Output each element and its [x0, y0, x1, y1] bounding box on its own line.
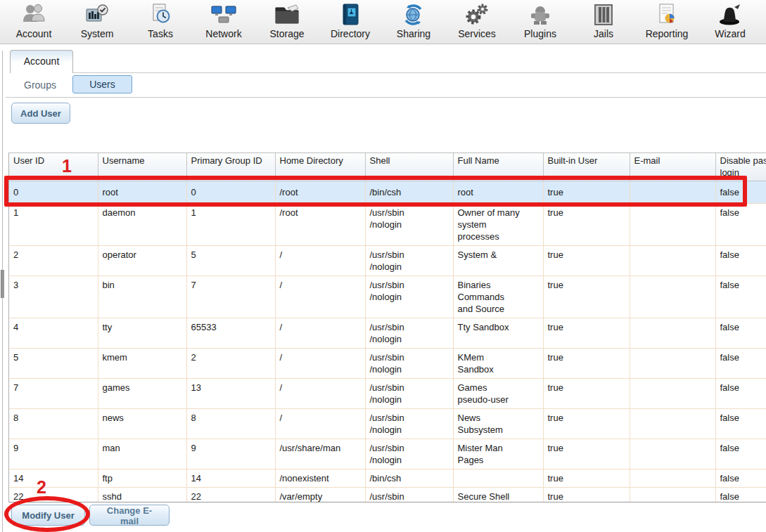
cell-home-directory: /root [275, 181, 365, 204]
toolbar-item-label: Network [205, 28, 241, 39]
cell-full-name: Owner of many system processes [453, 204, 543, 246]
cell-user-id: 4 [9, 318, 98, 349]
splitter-handle[interactable] [1, 270, 4, 298]
column-header-username[interactable]: Username [98, 153, 186, 181]
column-header-primary-group-id[interactable]: Primary Group ID [186, 153, 275, 181]
column-header-disable-password-login[interactable]: Disable password login [715, 153, 766, 181]
toolbar-item-plugins[interactable]: Plugins [509, 0, 572, 44]
folder-icon [274, 1, 300, 28]
cell-full-name: Tty Sandbox [453, 318, 543, 349]
cell-user-id: 7 [9, 379, 98, 409]
cell-primary-group-id: 22 [186, 488, 275, 503]
cell-username: bin [98, 276, 186, 318]
cell-built-in-user: true [543, 439, 630, 469]
toolbar-item-directory[interactable]: Directory [319, 0, 382, 44]
add-user-button[interactable]: Add User [11, 103, 70, 124]
cell-built-in-user: true [543, 409, 630, 439]
toolbar-item-reporting[interactable]: Reporting [635, 0, 698, 44]
cell-user-id: 14 [9, 469, 98, 488]
toolbar-item-tasks[interactable]: Tasks [129, 0, 192, 44]
toolbar-item-sharing[interactable]: Sharing [382, 0, 445, 44]
cell-shell: /usr/sbin /nologin [365, 488, 453, 503]
toolbar-item-network[interactable]: Network [192, 0, 255, 44]
toolbar-item-label: Jails [594, 28, 613, 39]
cell-primary-group-id: 7 [186, 276, 275, 318]
column-header-shell[interactable]: Shell [365, 153, 453, 181]
toolbar-item-jails[interactable]: Jails [572, 0, 635, 44]
cell-full-name: Games pseudo-user [453, 379, 543, 409]
table-row[interactable]: 4tty65533//usr/sbin /nologinTty Sandboxt… [9, 318, 766, 349]
cell-e-mail [630, 181, 715, 204]
column-header-full-name[interactable]: Full Name [453, 153, 543, 181]
table-row[interactable]: 14ftp14/nonexistent/bin/cshtruefalse [9, 469, 766, 488]
cell-shell: /bin/csh [365, 181, 453, 204]
modify-user-button[interactable]: Modify User [11, 505, 85, 526]
cell-user-id: 9 [9, 439, 98, 469]
cell-username: news [98, 409, 186, 439]
cell-username: operator [98, 246, 186, 276]
cell-username: kmem [98, 349, 186, 379]
cell-e-mail [630, 204, 715, 246]
table-row[interactable]: 2operator5//usr/sbin /nologinSystem &tru… [9, 246, 766, 276]
cell-built-in-user: true [543, 349, 630, 379]
cell-shell: /bin/csh [365, 469, 453, 488]
cell-disable-password-login: false [715, 204, 766, 246]
cell-built-in-user: true [543, 318, 630, 349]
cell-built-in-user: true [543, 488, 630, 503]
table-row[interactable]: 5kmem2//usr/sbin /nologinKMem Sandboxtru… [9, 349, 766, 379]
cell-primary-group-id: 5 [186, 246, 275, 276]
cell-full-name: Mister Man Pages [453, 439, 543, 469]
table-row[interactable]: 3bin7//usr/sbin /nologinBinaries Command… [9, 276, 766, 318]
cell-home-directory: / [275, 379, 365, 409]
toolbar-item-system[interactable]: System [65, 0, 129, 44]
column-header-user-id[interactable]: User ID [9, 153, 98, 181]
column-header-e-mail[interactable]: E-mail [630, 153, 715, 181]
cell-primary-group-id: 0 [186, 181, 275, 204]
cell-home-directory: /root [275, 204, 365, 246]
globe-sync-icon [400, 1, 427, 28]
table-row[interactable]: 7games13//usr/sbin /nologinGames pseudo-… [9, 379, 766, 409]
cell-primary-group-id: 1 [186, 204, 275, 246]
toolbar-item-wizard[interactable]: Wizard [698, 0, 762, 44]
toolbar-item-storage[interactable]: Storage [255, 0, 319, 44]
table-row[interactable]: 1daemon1/root/usr/sbin /nologinOwner of … [9, 204, 766, 246]
cell-e-mail [630, 488, 715, 503]
table-row[interactable]: 9man9/usr/share/man/usr/sbin /nologinMis… [9, 439, 766, 469]
cell-primary-group-id: 2 [186, 349, 275, 379]
column-header-home-directory[interactable]: Home Directory [275, 153, 365, 181]
toolbar-item-label: Services [458, 28, 496, 39]
table-row[interactable]: 0root0/root/bin/cshroottruefalse [9, 181, 766, 204]
tab-account[interactable]: Account [10, 50, 73, 73]
cell-username: tty [98, 318, 186, 349]
hydrant-icon [527, 1, 554, 28]
cell-shell: /usr/sbin /nologin [365, 276, 453, 318]
toolbar-item-label: Directory [331, 28, 370, 39]
cell-primary-group-id: 65533 [186, 318, 275, 349]
cell-disable-password-login: false [715, 318, 766, 349]
cell-e-mail [630, 349, 715, 379]
cell-user-id: 2 [9, 246, 98, 276]
cell-full-name: KMem Sandbox [453, 349, 543, 379]
tab-groups[interactable]: Groups [13, 77, 68, 93]
cell-shell: /usr/sbin /nologin [365, 318, 453, 349]
cell-disable-password-login: false [715, 181, 766, 204]
cell-user-id: 22 [9, 488, 98, 503]
cell-home-directory: / [275, 318, 365, 349]
table-row[interactable]: 22sshd22/var/empty/usr/sbin /nologinSecu… [9, 488, 766, 503]
cell-primary-group-id: 8 [186, 409, 275, 439]
tab-users[interactable]: Users [72, 75, 132, 93]
toolbar-item-label: Wizard [715, 28, 746, 39]
cell-username: daemon [98, 204, 186, 246]
cell-home-directory: / [275, 409, 365, 439]
column-header-built-in-user[interactable]: Built-in User [543, 153, 630, 181]
change-email-button[interactable]: Change E-mail [89, 505, 170, 526]
cell-home-directory: /usr/share/man [275, 439, 365, 469]
toolbar-item-account[interactable]: Account [2, 0, 65, 44]
table-row[interactable]: 8news8//usr/sbin /nologinNews Subsystemt… [9, 409, 766, 439]
cell-e-mail [630, 439, 715, 469]
cell-built-in-user: true [543, 379, 630, 409]
toolbar-item-label: Sharing [397, 28, 430, 39]
cell-shell: /usr/sbin /nologin [365, 379, 453, 409]
toolbar-item-services[interactable]: Services [445, 0, 509, 44]
toolbar-item-label: System [81, 28, 114, 39]
